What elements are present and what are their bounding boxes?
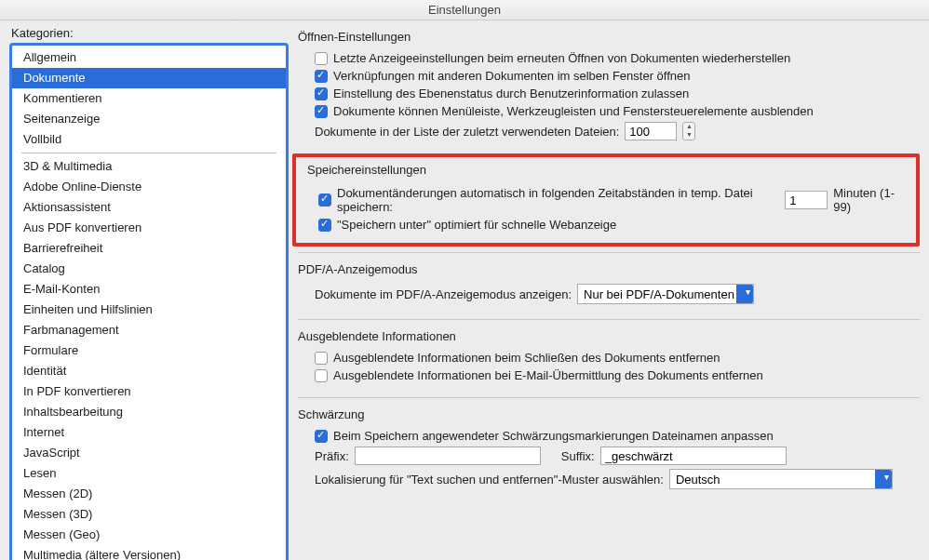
sidebar-item-lesen[interactable]: Lesen: [12, 463, 286, 484]
sidebar-separator: [21, 153, 276, 153]
cb-label: Dokumente können Menüleiste, Werkzeuglei…: [333, 104, 814, 118]
group-title-open: Öffnen-Einstellungen: [298, 30, 920, 44]
cb-optimize-fast-web[interactable]: [318, 219, 331, 232]
sidebar-item-messen-3d-[interactable]: Messen (3D): [12, 504, 286, 525]
sidebar-item-einheiten-und-hilfslinien[interactable]: Einheiten und Hilfslinien: [12, 300, 286, 320]
group-redaction: Schwärzung Beim Speichern angewendeter S…: [298, 404, 920, 499]
cb-autosave[interactable]: [318, 193, 331, 207]
autosave-interval-suffix: Minuten (1-99): [833, 186, 907, 214]
sidebar-item-aktionsassistent[interactable]: Aktionsassistent: [12, 197, 286, 218]
pdfa-mode-select[interactable]: Nur bei PDF/A-Dokumenten: [577, 284, 754, 304]
cb-allow-hide-menubars[interactable]: [315, 105, 328, 118]
cb-open-links-same-window[interactable]: [315, 70, 328, 83]
prefix-input[interactable]: [355, 447, 541, 465]
sidebar-item-messen-geo-[interactable]: Messen (Geo): [12, 525, 286, 545]
group-title-redaction: Schwärzung: [298, 407, 920, 421]
sidebar-item-in-pdf-konvertieren[interactable]: In PDF konvertieren: [12, 381, 286, 402]
sidebar-item-aus-pdf-konvertieren[interactable]: Aus PDF konvertieren: [12, 218, 286, 238]
sidebar-item-identit-t[interactable]: Identität: [12, 361, 286, 381]
divider: [298, 252, 920, 253]
categories-label: Kategorien:: [9, 26, 289, 40]
categories-list[interactable]: AllgemeinDokumenteKommentierenSeitenanze…: [9, 43, 289, 560]
prefix-label: Präfix:: [315, 449, 349, 463]
cb-allow-layer-state[interactable]: [315, 87, 328, 100]
cb-label: Letzte Anzeigeeinstellungen beim erneute…: [333, 51, 790, 65]
cb-label: Beim Speichern angewendeter Schwärzungsm…: [333, 429, 774, 443]
group-save-highlight: Speichereinstellungen Dokumentänderungen…: [292, 153, 920, 247]
sidebar-item-adobe-online-dienste[interactable]: Adobe Online-Dienste: [12, 177, 286, 197]
window-titlebar: Einstellungen: [0, 0, 929, 20]
sidebar-item-formulare[interactable]: Formulare: [12, 340, 286, 361]
group-title-save: Speichereinstellungen: [307, 163, 907, 177]
sidebar-item-dokumente[interactable]: Dokumente: [12, 68, 286, 88]
group-hidden: Ausgeblendete Informationen Ausgeblendet…: [298, 326, 920, 392]
recent-docs-input[interactable]: [625, 122, 677, 140]
sidebar-item-e-mail-konten[interactable]: E-Mail-Konten: [12, 279, 286, 300]
suffix-input[interactable]: [600, 447, 787, 465]
recent-docs-label: Dokumente in der Liste der zuletzt verwe…: [315, 125, 619, 139]
divider: [298, 319, 920, 320]
group-title-pdfa: PDF/A-Anzeigemodus: [298, 262, 920, 276]
group-open: Öffnen-Einstellungen Letzte Anzeigeeinst…: [298, 26, 920, 150]
cb-label: Ausgeblendete Informationen bei E-Mail-Ü…: [333, 368, 763, 382]
redaction-locale-label: Lokalisierung für "Text suchen und entfe…: [315, 473, 664, 487]
sidebar-item-catalog[interactable]: Catalog: [12, 259, 286, 279]
sidebar-item-allgemein[interactable]: Allgemein: [12, 47, 286, 68]
sidebar-item-seitenanzeige[interactable]: Seitenanzeige: [12, 109, 286, 129]
sidebar-item-3d-multimedia[interactable]: 3D & Multimedia: [12, 156, 286, 177]
cb-remove-hidden-on-close[interactable]: [315, 352, 328, 365]
suffix-label: Suffix:: [561, 449, 595, 463]
sidebar-item-inhaltsbearbeitung[interactable]: Inhaltsbearbeitung: [12, 402, 286, 422]
sidebar-item-javascript[interactable]: JavaScript: [12, 443, 286, 463]
cb-label: Ausgeblendete Informationen beim Schließ…: [333, 351, 720, 365]
sidebar-item-vollbild[interactable]: Vollbild: [12, 129, 286, 150]
recent-docs-stepper[interactable]: ▲▼: [682, 122, 695, 140]
window-title: Einstellungen: [428, 3, 501, 17]
cb-restore-last-view[interactable]: [315, 52, 328, 65]
sidebar-item-internet[interactable]: Internet: [12, 422, 286, 443]
sidebar-item-farbmanagement[interactable]: Farbmanagement: [12, 320, 286, 340]
cb-adjust-filename-on-redact[interactable]: [315, 430, 328, 443]
divider: [298, 397, 920, 398]
group-title-hidden: Ausgeblendete Informationen: [298, 329, 920, 343]
pdfa-mode-label: Dokumente im PDF/A-Anzeigemodus anzeigen…: [315, 287, 572, 301]
sidebar-item-messen-2d-[interactable]: Messen (2D): [12, 484, 286, 504]
cb-remove-hidden-on-email[interactable]: [315, 369, 328, 382]
cb-label: "Speichern unter" optimiert für schnelle…: [337, 218, 616, 232]
group-pdfa: PDF/A-Anzeigemodus Dokumente im PDF/A-An…: [298, 259, 920, 313]
redaction-locale-select[interactable]: Deutsch: [669, 469, 893, 489]
sidebar-item-barrierefreiheit[interactable]: Barrierefreiheit: [12, 238, 286, 259]
cb-label: Dokumentänderungen automatisch in folgen…: [337, 186, 779, 214]
sidebar-item-multimedia-ltere-versionen-[interactable]: Multimedia (ältere Versionen): [12, 545, 286, 560]
autosave-interval-input[interactable]: [785, 191, 828, 209]
cb-label: Einstellung des Ebenenstatus durch Benut…: [333, 87, 689, 100]
cb-label: Verknüpfungen mit anderen Dokumenten im …: [333, 69, 691, 83]
sidebar-item-kommentieren[interactable]: Kommentieren: [12, 88, 286, 109]
